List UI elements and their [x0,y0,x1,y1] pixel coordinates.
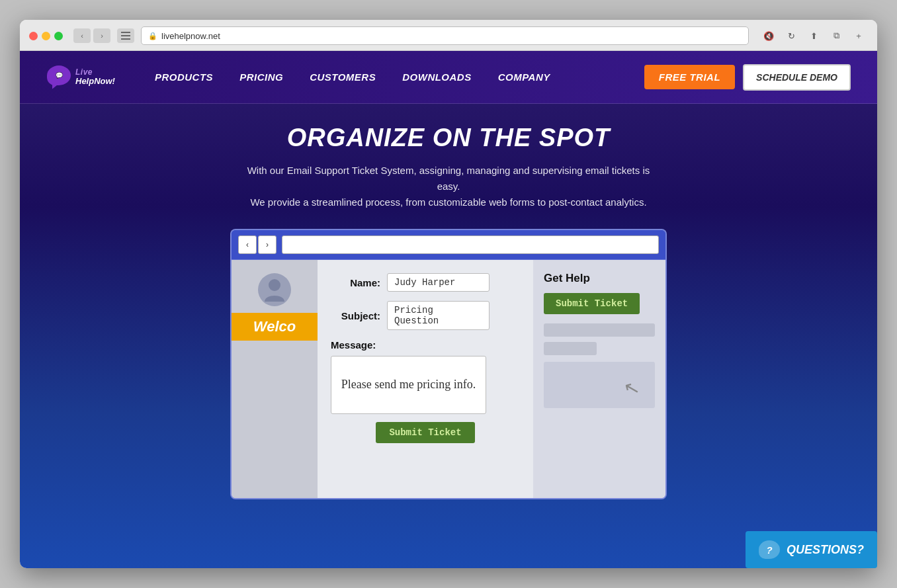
url-actions: 🔇 ↻ ⬆ ⧉ + [759,28,868,43]
site-nav: PRODUCTS PRICING CUSTOMERS DOWNLOADS COM… [155,71,644,83]
name-label: Name: [331,277,380,288]
browser-window: ‹ › 🔒 livehelpnow.net 🔇 ↻ ⬆ ⧉ + 💬 [20,20,877,568]
page-content: 💬 Live HelpNow! PRODUCTS PRICING CUSTOME… [20,51,877,568]
svg-point-3 [269,279,280,291]
logo-icon: 💬 [46,63,74,91]
fullscreen-button[interactable] [54,32,63,40]
widget-url-bar[interactable] [282,235,659,254]
nav-pricing[interactable]: PRICING [239,71,283,83]
placeholder-short-1 [544,342,597,355]
get-help-title: Get Help [544,272,655,285]
widget-forward-button[interactable]: › [258,235,277,254]
widget-back-button[interactable]: ‹ [238,235,257,254]
new-tab-button[interactable]: + [849,28,868,43]
widget-right-panel: Get Help Submit Ticket ↖ [533,260,665,498]
logo-area[interactable]: 💬 Live HelpNow! [46,63,115,91]
user-avatar [258,273,291,306]
subject-field-group: Subject: Pricing Question [331,301,520,330]
svg-rect-2 [121,38,130,40]
lock-icon: 🔒 [148,32,157,40]
site-header: 💬 Live HelpNow! PRODUCTS PRICING CUSTOME… [20,51,877,104]
share-button[interactable]: ⬆ [804,28,823,43]
tab-icon[interactable]: ⧉ [827,28,845,43]
nav-company[interactable]: COMPANY [498,71,550,83]
submit-ticket-button-right[interactable]: Submit Ticket [544,293,640,314]
close-button[interactable] [29,32,38,40]
message-textarea[interactable]: Please send me pricing info. [331,356,486,414]
free-trial-button[interactable]: FREE TRIAL [644,65,735,89]
hero-title: ORGANIZE ON THE SPOT [287,124,611,152]
hero-subtitle: With our Email Support Ticket System, as… [243,163,654,210]
widget-left-panel: Welco [232,260,318,498]
reload-button[interactable]: ↻ [782,28,800,43]
subject-label: Subject: [331,310,380,321]
questions-widget[interactable]: ? QUESTIONS? [746,531,877,568]
sidebar-toggle-button[interactable] [117,28,134,43]
placeholder-wide-1 [544,323,655,337]
browser-back-button[interactable]: ‹ [73,28,91,43]
submit-ticket-button-bottom[interactable]: Submit Ticket [376,422,474,443]
logo-text: Live HelpNow! [75,68,115,86]
questions-label: QUESTIONS? [787,543,864,557]
widget-toolbar: ‹ › [232,230,665,260]
schedule-demo-button[interactable]: SCHEDULE DEMO [743,64,851,91]
cursor-icon: ↖ [621,376,642,401]
svg-rect-0 [121,32,130,33]
widget-content: Welco Name: Judy Harper Subject: Pricing… [232,260,665,498]
demo-widget: ‹ › Welco [230,229,667,499]
message-label: Message: [331,339,520,351]
mute-button[interactable]: 🔇 [759,28,778,43]
svg-rect-1 [121,35,130,36]
nav-actions: FREE TRIAL SCHEDULE DEMO [644,64,851,91]
widget-nav-buttons: ‹ › [238,235,277,254]
placeholder-area: ↖ [544,362,655,408]
url-text: livehelpnow.net [161,31,220,41]
url-bar[interactable]: 🔒 livehelpnow.net [141,26,749,45]
traffic-lights [29,32,63,40]
hero-section: ORGANIZE ON THE SPOT With our Email Supp… [20,104,877,568]
browser-forward-button[interactable]: › [93,28,110,43]
questions-bubble-icon: ? [759,540,780,559]
minimize-button[interactable] [42,32,50,40]
nav-downloads[interactable]: DOWNLOADS [402,71,472,83]
name-field-group: Name: Judy Harper [331,273,520,292]
browser-chrome: ‹ › 🔒 livehelpnow.net 🔇 ↻ ⬆ ⧉ + [20,20,877,51]
name-input[interactable]: Judy Harper [387,273,490,292]
browser-nav-buttons: ‹ › [73,28,110,43]
welcome-banner: Welco [232,313,318,341]
subject-input[interactable]: Pricing Question [387,301,490,330]
nav-customers[interactable]: CUSTOMERS [310,71,376,83]
nav-products[interactable]: PRODUCTS [155,71,213,83]
widget-form-area: Name: Judy Harper Subject: Pricing Quest… [318,260,533,498]
